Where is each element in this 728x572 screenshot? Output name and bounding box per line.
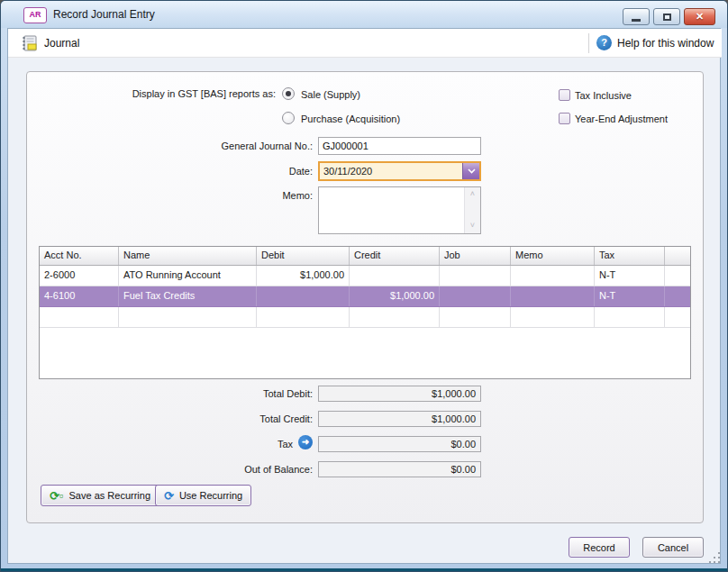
tax-drilldown-arrow-icon[interactable]: ➜ bbox=[298, 435, 313, 449]
use-recurring-label: Use Recurring bbox=[179, 490, 242, 501]
checkbox-year-end-label[interactable]: Year-End Adjustment bbox=[575, 113, 668, 125]
table-cell-memo[interactable] bbox=[511, 286, 595, 306]
title-bar[interactable]: AR Record Journal Entry ✕ bbox=[1, 1, 727, 28]
header-cell: Debit bbox=[257, 247, 350, 265]
radio-sale-supply[interactable] bbox=[282, 87, 295, 100]
table-header: Acct No.NameDebitCreditJobMemoTax bbox=[40, 247, 690, 266]
table-body: 2-6000ATO Running Account$1,000.00N-T4-6… bbox=[40, 266, 690, 328]
table-cell-acct[interactable] bbox=[40, 307, 119, 327]
memo-scrollbar[interactable]: ˄ ˅ bbox=[464, 187, 480, 233]
table-cell-tax[interactable] bbox=[595, 307, 665, 327]
app-icon: AR bbox=[23, 7, 47, 23]
maximize-button[interactable] bbox=[653, 8, 680, 25]
date-dropdown-button[interactable] bbox=[462, 163, 479, 179]
record-label: Record bbox=[583, 542, 614, 553]
journal-no-label: General Journal No.: bbox=[132, 141, 313, 151]
header-cell: Tax bbox=[595, 247, 665, 265]
date-label: Date: bbox=[132, 166, 313, 177]
table-cell-credit[interactable]: $1,000.00 bbox=[350, 286, 440, 306]
out-of-balance-label: Out of Balance: bbox=[132, 464, 313, 475]
save-as-recurring-label: Save as Recurring bbox=[69, 490, 151, 501]
table-cell-credit[interactable] bbox=[350, 266, 440, 286]
date-value: 30/11/2020 bbox=[320, 163, 462, 179]
save-as-recurring-button[interactable]: ⟳▫ Save as Recurring bbox=[41, 485, 159, 506]
use-recurring-button[interactable]: ⟳ Use Recurring bbox=[155, 485, 251, 506]
date-input[interactable]: 30/11/2020 bbox=[318, 161, 481, 181]
table-cell-tax[interactable]: N-T bbox=[595, 286, 665, 306]
table-cell-job[interactable] bbox=[440, 266, 511, 286]
table-row[interactable] bbox=[40, 307, 690, 328]
chevron-down-icon bbox=[468, 168, 476, 174]
table-cell-memo[interactable] bbox=[511, 266, 595, 286]
record-button[interactable]: Record bbox=[569, 537, 630, 558]
table-cell-job[interactable] bbox=[440, 286, 511, 306]
radio-dot bbox=[286, 91, 291, 96]
out-of-balance-value: $0.00 bbox=[318, 461, 481, 477]
cancel-label: Cancel bbox=[658, 542, 688, 553]
help-label: Help for this window bbox=[617, 37, 714, 50]
scroll-up-icon[interactable]: ˄ bbox=[465, 187, 480, 202]
minimize-button[interactable] bbox=[623, 8, 650, 25]
table-cell-credit[interactable] bbox=[350, 307, 440, 327]
window-bottom-edge bbox=[1, 568, 727, 571]
table-cell-debit[interactable] bbox=[257, 307, 350, 327]
table-cell-debit[interactable] bbox=[257, 286, 350, 306]
table-cell-debit[interactable]: $1,000.00 bbox=[257, 266, 350, 286]
header-cell: Name bbox=[119, 247, 257, 265]
table-cell-acct[interactable]: 4-6100 bbox=[40, 286, 119, 306]
table-cell-extra[interactable] bbox=[665, 307, 690, 327]
use-recurring-icon: ⟳ bbox=[164, 490, 174, 502]
table-cell-extra[interactable] bbox=[665, 286, 690, 306]
cancel-button[interactable]: Cancel bbox=[642, 537, 704, 558]
header-cell: Acct No. bbox=[40, 247, 119, 265]
checkbox-tax-inclusive[interactable] bbox=[559, 89, 570, 101]
header-cell: Job bbox=[440, 247, 511, 265]
tax-value: $0.00 bbox=[318, 436, 481, 452]
header-cell: Memo bbox=[511, 247, 595, 265]
journal-lines-table: Acct No.NameDebitCreditJobMemoTax 2-6000… bbox=[39, 246, 691, 379]
table-cell-job[interactable] bbox=[440, 307, 511, 327]
minimize-icon bbox=[632, 19, 641, 22]
journal-no-input[interactable] bbox=[318, 137, 481, 155]
header-cell: Credit bbox=[350, 247, 440, 265]
record-journal-entry-window: AR Record Journal Entry ✕ Journal ? Help… bbox=[0, 0, 728, 572]
radio-purchase-acquisition[interactable] bbox=[282, 112, 295, 124]
scroll-down-icon[interactable]: ˅ bbox=[465, 219, 480, 233]
table-cell-memo[interactable] bbox=[511, 307, 595, 327]
close-button[interactable]: ✕ bbox=[684, 8, 715, 25]
journal-icon bbox=[20, 33, 40, 53]
tax-label: Tax bbox=[132, 439, 293, 449]
save-recurring-icon: ⟳▫ bbox=[50, 490, 64, 502]
table-cell-name[interactable] bbox=[119, 307, 257, 327]
table-cell-extra[interactable] bbox=[665, 266, 690, 286]
total-debit-value: $1,000.00 bbox=[318, 386, 481, 402]
gst-reports-label: Display in GST [BAS] reports as: bbox=[50, 88, 276, 99]
header-cell bbox=[665, 247, 690, 265]
help-icon: ? bbox=[596, 35, 612, 50]
window-title: Record Journal Entry bbox=[53, 8, 155, 21]
restore-icon bbox=[663, 14, 671, 21]
checkbox-year-end-adjustment[interactable] bbox=[559, 113, 570, 124]
table-row[interactable]: 4-6100Fuel Tax Credits$1,000.00N-T bbox=[40, 286, 690, 307]
radio-purchase-label[interactable]: Purchase (Acquisition) bbox=[301, 113, 400, 125]
toolbar-divider bbox=[588, 33, 589, 53]
memo-input[interactable]: ˄ ˅ bbox=[318, 186, 481, 234]
table-cell-acct[interactable]: 2-6000 bbox=[40, 266, 119, 286]
table-cell-name[interactable]: Fuel Tax Credits bbox=[119, 286, 257, 306]
total-debit-label: Total Debit: bbox=[132, 388, 313, 399]
total-credit-value: $1,000.00 bbox=[318, 411, 481, 427]
checkbox-tax-inclusive-label[interactable]: Tax Inclusive bbox=[575, 89, 632, 102]
table-cell-name[interactable]: ATO Running Account bbox=[119, 266, 257, 286]
table-cell-tax[interactable]: N-T bbox=[595, 266, 665, 286]
radio-sale-label[interactable]: Sale (Supply) bbox=[301, 88, 360, 101]
memo-label: Memo: bbox=[132, 190, 313, 201]
close-icon: ✕ bbox=[696, 12, 704, 22]
total-credit-label: Total Credit: bbox=[132, 413, 313, 424]
table-row[interactable]: 2-6000ATO Running Account$1,000.00N-T bbox=[40, 266, 690, 286]
help-link[interactable]: ? Help for this window bbox=[596, 35, 714, 50]
toolbar-title: Journal bbox=[44, 37, 79, 50]
resize-grip[interactable] bbox=[708, 551, 720, 563]
